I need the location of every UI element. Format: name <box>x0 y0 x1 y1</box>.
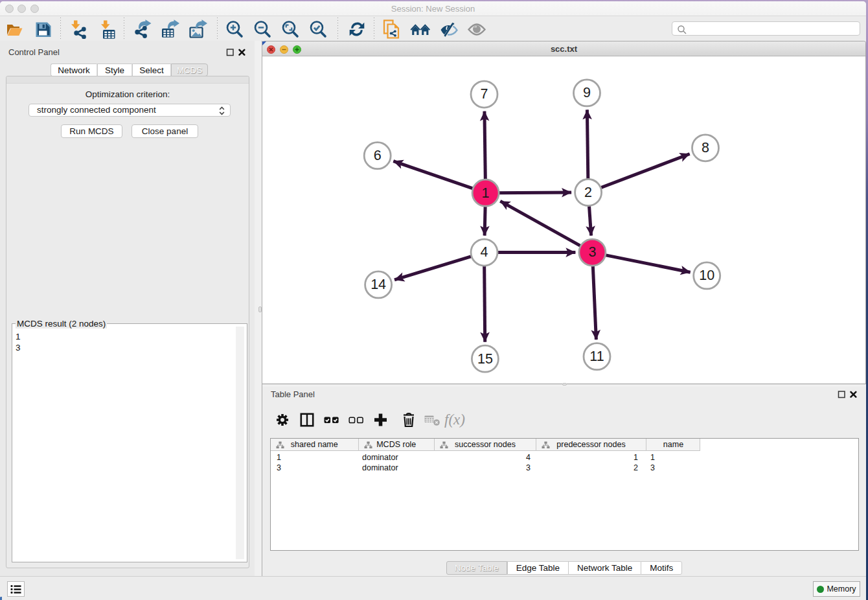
svg-text:f(x): f(x) <box>444 411 465 428</box>
svg-text:11: 11 <box>589 349 604 364</box>
svg-text:10: 10 <box>699 268 714 283</box>
svg-text:8: 8 <box>702 140 709 156</box>
svg-text:1: 1 <box>482 185 490 201</box>
svg-text:2: 2 <box>584 185 592 200</box>
svg-text:4: 4 <box>481 244 488 260</box>
svg-text:3: 3 <box>588 244 596 260</box>
svg-text:7: 7 <box>481 86 488 102</box>
svg-text:14: 14 <box>371 277 386 292</box>
svg-text:6: 6 <box>374 148 382 163</box>
svg-text:9: 9 <box>583 85 591 100</box>
svg-text:15: 15 <box>477 351 493 367</box>
